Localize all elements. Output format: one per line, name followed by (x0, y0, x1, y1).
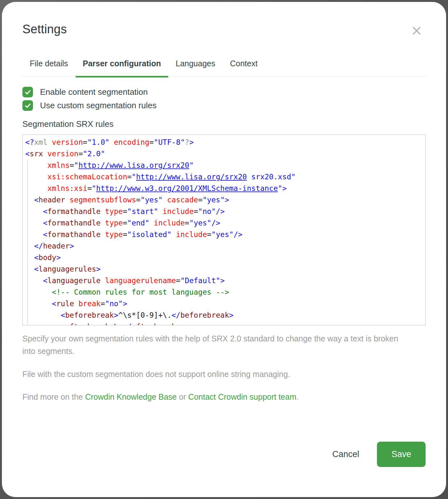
help-text-online-managing: File with the custom segmentation does n… (22, 368, 411, 380)
close-button[interactable] (410, 24, 424, 38)
srx-code-content[interactable]: <?xml version="1.0" encoding="UTF-8"?><s… (23, 135, 425, 325)
tab-context[interactable]: Context (223, 59, 265, 77)
checkbox-checked-icon[interactable] (22, 100, 33, 111)
help-prefix-text: Find more on the (22, 392, 85, 401)
checkbox-use-custom-segmentation-rules[interactable]: Use custom segmentation rules (22, 100, 426, 111)
contact-support-link[interactable]: Contact Crowdin support team (188, 392, 296, 401)
tab-languages[interactable]: Languages (168, 59, 223, 77)
modal-header: Settings (22, 22, 426, 38)
settings-modal: Settings File details Parser configurati… (2, 2, 446, 497)
help-or-text: or (177, 392, 188, 401)
editor-gutter-line (28, 160, 28, 325)
checkbox-label: Enable content segmentation (40, 87, 148, 97)
tab-file-details[interactable]: File details (22, 59, 76, 77)
tab-bar: File details Parser configuration Langua… (22, 59, 426, 77)
help-text-find-more: Find more on the Crowdin Knowledge Base … (22, 391, 411, 403)
help-period-text: . (296, 392, 299, 401)
srx-rules-editor[interactable]: <?xml version="1.0" encoding="UTF-8"?><s… (22, 135, 426, 325)
checkbox-group: Enable content segmentation Use custom s… (22, 87, 426, 111)
dialog-backdrop: Settings File details Parser configurati… (0, 0, 448, 499)
tab-parser-configuration[interactable]: Parser configuration (76, 59, 169, 77)
checkbox-enable-content-segmentation[interactable]: Enable content segmentation (22, 87, 426, 97)
checkbox-checked-icon[interactable] (22, 87, 33, 97)
page-title: Settings (22, 22, 67, 36)
checkmark-icon (24, 89, 31, 96)
cancel-button[interactable]: Cancel (328, 446, 364, 462)
checkmark-icon (24, 102, 31, 109)
checkbox-label: Use custom segmentation rules (40, 101, 156, 110)
srx-rules-label: Segmentation SRX rules (22, 119, 426, 129)
knowledge-base-link[interactable]: Crowdin Knowledge Base (85, 392, 177, 401)
save-button[interactable]: Save (377, 442, 426, 467)
help-text-segmentation: Specify your own segmentation rules with… (22, 332, 411, 357)
modal-footer: Cancel Save (22, 442, 426, 467)
close-icon (411, 25, 422, 37)
